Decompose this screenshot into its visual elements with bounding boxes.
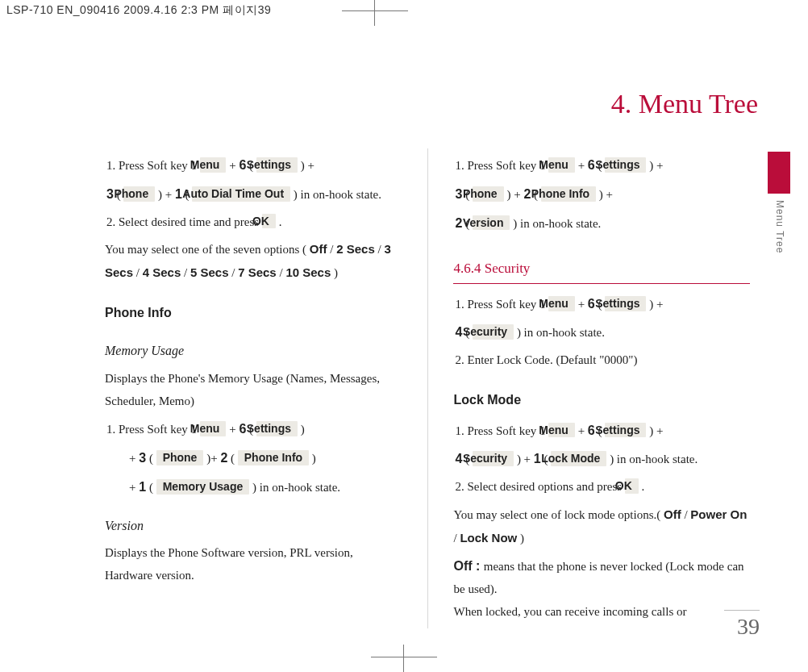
- page-number: 39: [724, 610, 760, 640]
- step: 2. Enter Lock Code. (Default "0000"): [453, 349, 750, 372]
- step: 1. Press Soft key 1 Menu + 6 ( Settings …: [453, 292, 750, 316]
- text: 1. Press Soft key 1: [455, 298, 548, 311]
- menu-key: Menu: [200, 157, 227, 173]
- settings-key: Settings: [605, 157, 646, 173]
- options-text: You may select one of the seven options …: [105, 238, 402, 285]
- version-body: Displays the Phone Software version, PRL…: [105, 542, 402, 587]
- text: +: [578, 298, 588, 311]
- digit-4: 4: [455, 452, 462, 465]
- phone-info-heading: Phone Info: [105, 301, 402, 325]
- content-columns: 1. Press Soft key 1 Menu + 6 ( Settings …: [105, 148, 750, 628]
- text: /: [136, 266, 143, 279]
- digit-4: 4: [455, 325, 462, 339]
- text: You may select one of lock mode options.…: [453, 508, 664, 521]
- phone-key: Phone: [156, 450, 204, 465]
- digit-6: 6: [588, 158, 595, 172]
- opt-5secs: 5 Secs: [190, 265, 229, 279]
- text: +: [578, 424, 588, 437]
- phone-info-key: Phone Info: [541, 186, 596, 202]
- digit-3: 3: [455, 187, 462, 201]
- ok-key: OK: [625, 478, 639, 494]
- text: (: [231, 452, 238, 465]
- phone-key: Phone: [473, 186, 504, 202]
- step: 2. Select desired time and press OK .: [105, 211, 402, 234]
- digit-1: 1: [175, 187, 182, 201]
- digit-3: 3: [106, 187, 114, 201]
- crop-mark-bottom: [376, 649, 432, 667]
- digit-2: 2: [523, 187, 531, 201]
- lock-mode-heading: Lock Mode: [453, 388, 750, 412]
- phone-info-key: Phone Info: [238, 450, 309, 465]
- text: .: [642, 480, 645, 493]
- version-heading: Version: [105, 514, 402, 538]
- right-column: 1. Press Soft key 1 Menu + 6 ( Settings …: [453, 148, 750, 628]
- digit-2: 2: [220, 451, 227, 465]
- step: 1. Press Soft key 1 Menu + 6 ( Settings …: [453, 419, 750, 443]
- opt-7secs: 7 Secs: [238, 265, 277, 279]
- text: means that the phone is never locked (Lo…: [453, 560, 743, 595]
- text: /: [330, 243, 336, 256]
- settings-key: Settings: [605, 423, 646, 438]
- doc-header: LSP-710 EN_090416 2009.4.16 2:3 PM 페이지39: [6, 3, 271, 18]
- text: +: [129, 481, 139, 494]
- text: +: [229, 159, 239, 172]
- text: 1. Press Soft key 1: [106, 423, 200, 436]
- section-tab: [768, 152, 790, 194]
- text: ) +: [158, 188, 175, 201]
- text: ) +: [649, 424, 663, 437]
- text: 2. Select desired time and press: [106, 215, 262, 228]
- security-key: Security: [473, 324, 514, 340]
- memory-usage-heading: Memory Usage: [105, 339, 402, 363]
- text: ) in on-hook state.: [517, 326, 605, 339]
- text: ) in on-hook state.: [252, 481, 340, 494]
- left-column: 1. Press Soft key 1 Menu + 6 ( Settings …: [105, 148, 402, 628]
- text: When locked, you can receive incoming ca…: [453, 605, 686, 618]
- section-4-6-4: 4.6.4 Security: [453, 256, 750, 283]
- text: ) in on-hook state.: [610, 453, 698, 465]
- step: 2 ( Version ) in on-hook state.: [453, 211, 750, 236]
- column-separator: [427, 148, 428, 628]
- text: ) +: [649, 298, 663, 311]
- opt-off: Off: [310, 242, 327, 256]
- ok-key: OK: [262, 214, 276, 229]
- digit-1: 1: [534, 452, 541, 465]
- text: .: [279, 215, 282, 228]
- menu-key: Menu: [200, 421, 227, 436]
- settings-key: Settings: [256, 157, 298, 173]
- text: 1. Press Soft key 1: [106, 159, 200, 172]
- step: 1. Press Soft key 1 Menu + 6 ( Settings …: [105, 417, 402, 441]
- text: You may select one of the seven options …: [105, 243, 310, 256]
- text: ): [334, 266, 338, 279]
- text: in on-hook state.: [301, 188, 381, 201]
- step: 2. Select desired options and press OK .: [453, 476, 750, 499]
- text: ) +: [301, 159, 314, 172]
- text: ) +: [599, 188, 613, 201]
- text: ): [520, 532, 524, 545]
- text: 2. Select desired options and press: [455, 480, 624, 493]
- chapter-title: 4. Menu Tree: [611, 89, 758, 119]
- step: + 1 ( Memory Usage ) in on-hook state.: [105, 475, 402, 499]
- digit-3: 3: [139, 451, 146, 465]
- step: 4 ( Security ) in on-hook state.: [453, 320, 750, 344]
- text: )+: [206, 452, 217, 465]
- auto-dial-key: Auto Dial Time Out: [192, 186, 290, 202]
- opt-power-on: Power On: [690, 507, 747, 521]
- lock-options: You may select one of lock mode options.…: [453, 503, 750, 550]
- menu-key: Menu: [548, 423, 575, 438]
- step: 1. Press Soft key 1 Menu + 6 ( Settings …: [105, 153, 402, 177]
- memory-usage-body: Displays the Phone's Memory Usage (Names…: [105, 368, 402, 413]
- opt-2secs: 2 Secs: [336, 242, 375, 256]
- side-label: Menu Tree: [774, 200, 785, 253]
- page: LSP-710 EN_090416 2009.4.16 2:3 PM 페이지39…: [0, 0, 808, 672]
- text: (: [149, 452, 156, 465]
- opt-lock-now: Lock Now: [460, 531, 517, 545]
- opt-4secs: 4 Secs: [143, 265, 181, 279]
- memory-usage-key: Memory Usage: [156, 479, 250, 495]
- digit-1: 1: [139, 480, 146, 494]
- lock-mode-key: Lock Mode: [551, 451, 606, 466]
- step: 3 ( Phone ) + 2 ( Phone Info ) +: [453, 182, 750, 207]
- text: ) in on-hook state.: [513, 217, 601, 230]
- digit-6: 6: [588, 297, 595, 311]
- off-description: Off : means that the phone is never lock…: [453, 554, 750, 623]
- digit-6: 6: [588, 424, 595, 437]
